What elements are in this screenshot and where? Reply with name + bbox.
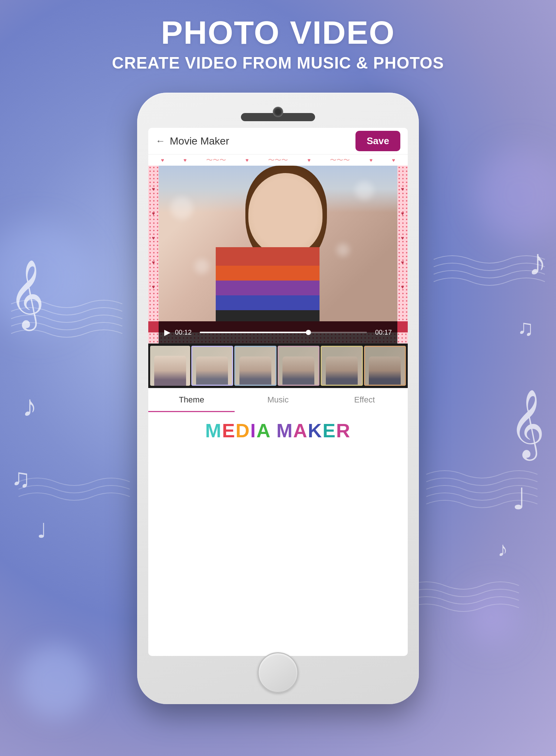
filmstrip: [148, 344, 408, 388]
tab-theme[interactable]: Theme: [148, 388, 235, 412]
music-note-treble-right: 𝄞: [510, 389, 545, 458]
music-note-eighth-left: ♪: [22, 389, 37, 423]
thumbnail-5[interactable]: [321, 346, 363, 386]
letter-AK: A: [293, 420, 308, 441]
letter-space: [270, 420, 276, 441]
phone-body: ← Movie Maker Save ♥ ♥ 〜〜〜 ♥ 〜〜〜 ♥ 〜〜〜: [137, 93, 419, 704]
thumbnail-4[interactable]: [278, 346, 320, 386]
music-note-eighth-right2: ♪: [498, 537, 508, 561]
bg-bokeh-3: [474, 148, 556, 241]
music-note-beamed-left: ♫: [11, 463, 31, 493]
girl-face: [248, 173, 322, 255]
video-time-total: 00:17: [371, 329, 392, 336]
letter-MA: M: [277, 420, 293, 441]
frame-right-border: ♥ ♥ ♥ ♥ ♥: [397, 166, 408, 321]
music-note-quarter-right: ♩: [512, 482, 526, 516]
letter-A: A: [257, 420, 271, 441]
play-button[interactable]: ▶: [164, 328, 171, 337]
video-time-current: 00:12: [175, 329, 195, 336]
video-progress-bar[interactable]: [200, 332, 367, 333]
music-note-treble-left: 𝄞: [9, 259, 44, 329]
music-note-eighth-right1: ♪: [528, 241, 547, 284]
tab-music[interactable]: Music: [235, 388, 321, 412]
header-subtitle: CREATE VIDEO FROM MUSIC & PHOTOS: [0, 54, 556, 72]
phone-wrapper: ← Movie Maker Save ♥ ♥ 〜〜〜 ♥ 〜〜〜 ♥ 〜〜〜: [137, 93, 419, 704]
main-photo: [159, 166, 397, 321]
letter-D: D: [236, 420, 251, 441]
bg-bokeh-4: [463, 589, 519, 645]
thumbnail-1[interactable]: [150, 346, 190, 386]
phone-camera: [273, 107, 283, 117]
tab-bar: Theme Music Effect: [148, 388, 408, 412]
thumbnail-2[interactable]: [191, 346, 234, 386]
letter-ER: E: [322, 420, 336, 441]
header-section: PHOTO VIDEO CREATE VIDEO FROM MUSIC & PH…: [0, 15, 556, 72]
back-button[interactable]: ←: [156, 135, 165, 147]
frame-left-border: ♥ ♥ ♥ ♥ ♥: [148, 166, 159, 321]
music-note-quarter-left: ♩: [37, 519, 47, 543]
phone-home-button[interactable]: [258, 652, 298, 693]
bg-bokeh-2: [19, 645, 93, 719]
letter-I: I: [250, 420, 256, 441]
video-progress-thumb[interactable]: [306, 330, 311, 335]
header-title: PHOTO VIDEO: [0, 15, 556, 51]
music-note-beamed-right: ♫: [517, 315, 534, 341]
save-button[interactable]: Save: [355, 131, 400, 151]
media-maker-logo: MEDIA MAKER: [205, 420, 351, 442]
letter-KE: K: [308, 420, 323, 441]
girl-body: [216, 247, 320, 321]
app-title: Movie Maker: [170, 135, 355, 147]
tab-effect[interactable]: Effect: [321, 388, 408, 412]
app-header: ← Movie Maker Save: [148, 128, 408, 155]
media-maker-section: MEDIA MAKER: [148, 412, 408, 453]
thumbnail-3[interactable]: [234, 346, 277, 386]
video-progress-fill: [200, 332, 308, 333]
frame-top-border: ♥ ♥ 〜〜〜 ♥ 〜〜〜 ♥ 〜〜〜 ♥ ♥: [148, 155, 408, 166]
video-frame-area: ♥ ♥ 〜〜〜 ♥ 〜〜〜 ♥ 〜〜〜 ♥ ♥ ♥ ♥: [148, 155, 408, 344]
phone-screen: ← Movie Maker Save ♥ ♥ 〜〜〜 ♥ 〜〜〜 ♥ 〜〜〜: [148, 128, 408, 656]
letter-E: E: [222, 420, 236, 441]
letter-M: M: [205, 420, 222, 441]
letter-R: R: [336, 420, 351, 441]
thumbnail-6[interactable]: [364, 346, 406, 386]
video-controls: ▶ 00:12 00:17: [159, 321, 397, 344]
